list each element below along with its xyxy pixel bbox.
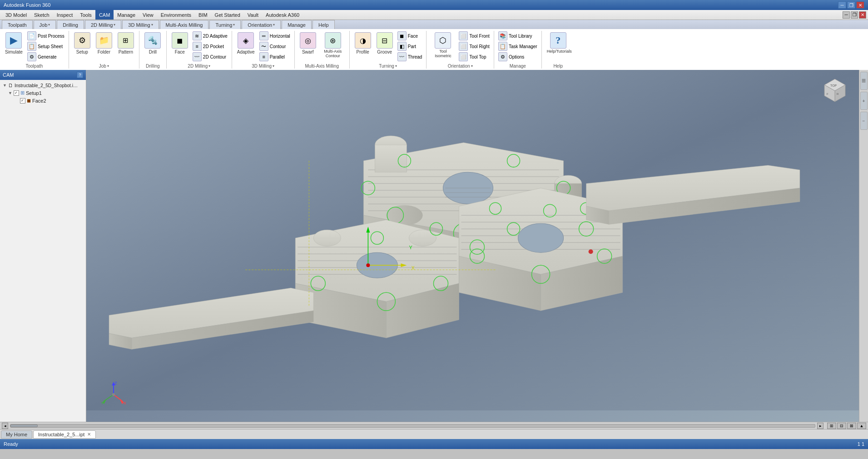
horizontal-button[interactable]: ═ Horizontal — [258, 31, 292, 41]
profile-button[interactable]: ◑ Profile — [352, 31, 373, 56]
2d-pocket-button[interactable]: ≡ 2D Pocket — [191, 41, 229, 51]
2d-adaptive-button[interactable]: ≋ 2D Adaptive — [191, 31, 229, 41]
options-button[interactable]: ⚙ Options — [497, 52, 539, 62]
tab-3dmilling[interactable]: 3D Milling ▾ — [122, 20, 159, 29]
tool-front-button[interactable]: ⬜ Tool Front — [457, 31, 491, 41]
face-button[interactable]: ◼ Face — [169, 31, 190, 56]
scroll-right-btn[interactable]: ▸ — [817, 423, 823, 429]
tree-item-setup1[interactable]: ▼ ✓ ⊞ Setup1 — [2, 89, 84, 97]
2d-contour-label: 2D Contour — [203, 54, 226, 59]
tool-library-label: Tool Library — [509, 34, 532, 39]
orientation-group-label: Orientation ▾ — [448, 63, 473, 69]
menu-vault[interactable]: Vault — [244, 10, 262, 20]
bottom-icon-1[interactable]: ⊞ — [827, 423, 836, 429]
folder-button[interactable]: 📁 Folder — [94, 31, 114, 56]
menu-bim[interactable]: BIM — [195, 10, 211, 20]
minimize-button[interactable]: ─ — [838, 1, 846, 9]
win-close[interactable]: ✕ — [859, 11, 866, 19]
setup-sheet-button[interactable]: 📋 Setup Sheet — [26, 41, 66, 51]
tool-top-icon: ⬜ — [459, 52, 468, 61]
tab-orientation[interactable]: Orientation ▾ — [242, 20, 281, 29]
tab-2dmilling[interactable]: 2D Milling ▾ — [85, 20, 121, 29]
tab-turning[interactable]: Turning ▾ — [209, 20, 241, 29]
tree-checkbox-setup1[interactable]: ✓ — [14, 90, 19, 96]
thread-button[interactable]: 〰 Thread — [396, 52, 424, 62]
menu-inspect[interactable]: Inspect — [53, 10, 76, 20]
right-panel-btn-2[interactable]: + — [860, 92, 868, 110]
right-panel-btn-1[interactable]: ≡ — [860, 72, 868, 90]
groove-icon: ⊟ — [377, 32, 393, 49]
menu-sketch[interactable]: Sketch — [30, 10, 53, 20]
multiaxis-contour-button[interactable]: ⊛ Multi-Axis Contour — [319, 31, 347, 60]
tree-item-face2[interactable]: ▼ ✓ ◼ Face2 — [2, 97, 84, 104]
part-button[interactable]: ◧ Part — [396, 41, 424, 51]
drill-button[interactable]: 🔩 Drill — [142, 31, 163, 56]
2d-adaptive-label: 2D Adaptive — [203, 34, 228, 39]
tab-my-home[interactable]: My Home — [1, 430, 32, 439]
tool-isometric-button[interactable]: ⬡ Tool Isometric — [429, 31, 456, 60]
swarf-button[interactable]: ◎ Swarf — [298, 31, 318, 56]
generate-button[interactable]: ⚙ Generate — [26, 52, 66, 62]
tool-top-button[interactable]: ⬜ Tool Top — [457, 52, 491, 62]
bottom-icon-4[interactable]: ▲ — [857, 423, 866, 429]
tool-isometric-label: Tool Isometric — [432, 49, 454, 59]
titlebar: Autodesk Fusion 360 ─ ❐ ✕ — [0, 0, 868, 10]
restore-button[interactable]: ❐ — [847, 1, 855, 9]
win-restore[interactable]: ❐ — [851, 11, 858, 19]
scroll-thumb[interactable] — [10, 424, 38, 427]
close-button[interactable]: ✕ — [856, 1, 864, 9]
tab-model-close[interactable]: ✕ — [87, 432, 91, 437]
help-tutorials-button[interactable]: ? Help/Tutorials — [545, 31, 572, 55]
pattern-button[interactable]: ⊞ Pattern — [115, 31, 136, 56]
win-minimize[interactable]: ─ — [843, 11, 850, 19]
groove-button[interactable]: ⊟ Groove — [374, 31, 395, 56]
simulate-button[interactable]: ▶ Simulate — [3, 31, 25, 56]
statusbar: Ready 1 1 — [0, 439, 868, 449]
tab-help[interactable]: Help — [312, 20, 335, 29]
menu-cam[interactable]: CAM — [95, 10, 114, 20]
menu-manage[interactable]: Manage — [114, 10, 139, 20]
scroll-left-btn[interactable]: ◂ — [2, 423, 8, 429]
2d-contour-button[interactable]: 〰 2D Contour — [191, 52, 229, 62]
bottom-icon-2[interactable]: ⊟ — [837, 423, 846, 429]
tab-drilling[interactable]: Drilling — [57, 20, 84, 29]
bottom-icon-3[interactable]: ⊠ — [847, 423, 856, 429]
group-multiaxis: ◎ Swarf ⊛ Multi-Axis Contour Multi-Axis … — [295, 31, 350, 69]
tool-right-button[interactable]: ⬜ Tool Right — [457, 41, 491, 51]
adaptive-button[interactable]: ◈ Adaptive — [235, 31, 257, 56]
contour-label: Contour — [270, 44, 286, 49]
task-manager-button[interactable]: 📋 Task Manager — [497, 41, 539, 51]
horizontal-label: Horizontal — [270, 34, 290, 39]
tab-multiaxis[interactable]: Multi-Axis Milling — [160, 20, 209, 29]
viewport[interactable]: Y X Z X — [86, 70, 859, 422]
sidebar-help-btn[interactable]: ? — [77, 72, 83, 78]
tree-item-file[interactable]: ▼ 🗋 Instructable_2_5D_Shopbot.ipt O — [2, 82, 84, 89]
menu-getstarted[interactable]: Get Started — [211, 10, 244, 20]
tree-arrow-file: ▼ — [3, 83, 7, 88]
post-process-button[interactable]: 📄 Post Process — [26, 31, 66, 41]
view-cube[interactable]: TOP R F — [820, 77, 848, 104]
menu-autodesk360[interactable]: Autodesk A360 — [262, 10, 303, 20]
adaptive-label: Adaptive — [237, 49, 255, 54]
face-turn-button[interactable]: ◼ Face — [396, 31, 424, 41]
tab-model[interactable]: Instructable_2_5...ipt ✕ — [33, 430, 96, 439]
menu-3dmodel[interactable]: 3D Model — [2, 10, 30, 20]
contour-button[interactable]: 〜 Contour — [258, 41, 292, 51]
menu-tools[interactable]: Tools — [76, 10, 95, 20]
tab-toolpath[interactable]: Toolpath — [2, 20, 33, 29]
ribbon-tabs: Toolpath Job ▾ Drilling 2D Milling ▾ 3D … — [0, 20, 868, 29]
part-label: Part — [408, 44, 416, 49]
tree-checkbox-face2[interactable]: ✓ — [20, 98, 25, 104]
setup-button[interactable]: ⚙ Setup — [72, 31, 93, 56]
multiaxis-contour-label: Multi-Axis Contour — [322, 49, 344, 59]
tree-icon-file: 🗋 — [8, 83, 13, 88]
tab-manage[interactable]: Manage — [282, 20, 312, 29]
right-panel-btn-3[interactable]: − — [860, 112, 868, 130]
tool-library-button[interactable]: 📚 Tool Library — [497, 31, 539, 41]
drill-icon: 🔩 — [144, 32, 161, 49]
menu-environments[interactable]: Environments — [157, 10, 195, 20]
parallel-button[interactable]: ≡ Parallel — [258, 52, 292, 62]
menu-view[interactable]: View — [139, 10, 157, 20]
scroll-track[interactable] — [10, 424, 815, 428]
tab-job[interactable]: Job ▾ — [34, 20, 56, 29]
